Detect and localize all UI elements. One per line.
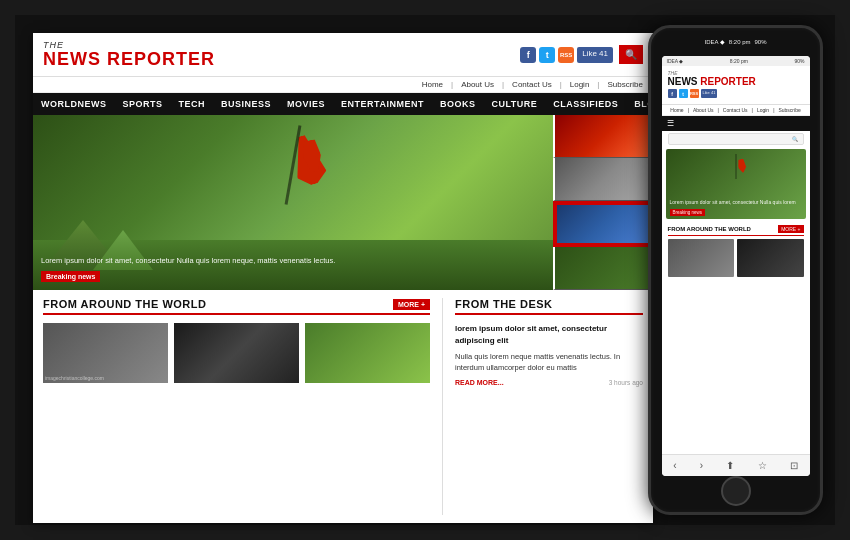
nav-entertainment[interactable]: ENTERTAINMENT [333,93,432,115]
rss-icon[interactable]: RSS [558,47,574,63]
phone-mockup: IDEA ◆ 8:20 pm 90% IDEA ◆ 8:20 pm 90% TH… [648,25,823,515]
from-desk-header: FROM THE DESK [455,298,643,315]
phone-search-icon: 🔍 [792,136,798,142]
article-thumbs: imagechristiancollege.com [43,323,430,383]
timestamp: 3 hours ago [609,378,643,388]
around-world-title: FROM AROUND THE WORLD [43,298,206,310]
nav-classifieds[interactable]: CLASSIFIEDS [545,93,626,115]
phone-bottom-nav: ‹ › ⬆ ☆ ⊡ [662,454,810,476]
main-nav: WORLDNEWS SPORTS TECH BUSINESS MOVIES EN… [33,93,653,115]
phone-fb-icon[interactable]: f [668,89,677,98]
header-right: f t RSS Like 41 🔍 [520,45,643,64]
nav-tech[interactable]: TECH [171,93,214,115]
facebook-icon[interactable]: f [520,47,536,63]
phone-top-nav: Home | About Us | Contact Us | Login | S… [662,105,810,116]
phone-header: THE NEWS REPORTER f t RSS Like 41 [662,66,810,105]
right-column: FROM THE DESK lorem ipsum dolor sit amet… [443,298,643,515]
phone-bookmark-icon[interactable]: ☆ [758,460,767,471]
hero-thumb-2[interactable] [553,158,653,201]
around-world-more[interactable]: MORE + [393,299,430,310]
left-column: FROM AROUND THE WORLD MORE + imagechrist… [43,298,443,515]
phone-social-icons: f t RSS Like 41 [668,89,804,98]
breaking-badge: Breaking news [41,271,100,282]
twitter-icon[interactable]: t [539,47,555,63]
phone-share-icon[interactable]: ⬆ [726,460,734,471]
phone-notch: IDEA ◆ 8:20 pm 90% [704,38,766,45]
phone-search-bar[interactable]: 🔍 [668,133,804,145]
phone-tabs-icon[interactable]: ⊡ [790,460,798,471]
logo-reporter: REPORTER [101,49,215,69]
top-nav-home[interactable]: Home [422,80,443,89]
phone-rss-icon[interactable]: RSS [690,89,699,98]
hero-thumb-4[interactable] [553,247,653,290]
outer-wrapper: THE NEWS REPORTER f t RSS Like 41 🔍 Ho [15,15,835,525]
top-nav: Home | About Us | Contact Us | Login | S… [33,77,653,93]
phone-forward-icon[interactable]: › [700,460,703,471]
hero-caption: Lorem ipsum dolor sit amet, consectetur … [41,256,545,267]
logo-area: THE NEWS REPORTER [43,41,215,68]
article-thumb-2[interactable] [174,323,299,383]
phone-logo-name: NEWS REPORTER [668,76,804,87]
logo-news: NEWS [43,49,101,69]
phone-more-btn[interactable]: MORE + [778,225,803,233]
from-desk-title: FROM THE DESK [455,298,553,310]
from-desk-text: lorem ipsum dolor sit amet, consectetur … [455,323,643,388]
site-header: THE NEWS REPORTER f t RSS Like 41 🔍 [33,33,653,77]
hero-main: Lorem ipsum dolor sit amet, consectetur … [33,115,553,290]
phone-breaking-badge: Breaking news [670,209,706,216]
phone-hero: Lorem ipsum dolor sit amet, consectetur … [666,149,806,219]
hero-thumbs [553,115,653,290]
search-button[interactable]: 🔍 [619,45,643,64]
nav-movies[interactable]: MOVIES [279,93,333,115]
nav-books[interactable]: BOOKS [432,93,484,115]
phone-tw-icon[interactable]: t [679,89,688,98]
phone-back-icon[interactable]: ‹ [673,460,676,471]
social-icons: f t RSS Like 41 [520,47,613,63]
read-more-row: READ MORE... 3 hours ago [455,378,643,389]
phone-like-btn[interactable]: Like 41 [701,89,718,98]
around-world-header: FROM AROUND THE WORLD MORE + [43,298,430,315]
phone-thumb-2[interactable] [737,239,804,277]
top-nav-login[interactable]: Login [570,80,590,89]
like-button[interactable]: Like 41 [577,47,613,63]
phone-section-title: FROM AROUND THE WORLD [668,226,751,232]
phone-thumbs [668,239,804,277]
nav-culture[interactable]: CULTURE [483,93,545,115]
top-nav-about[interactable]: About Us [461,80,494,89]
phone-nav-bar: ☰ [662,116,810,131]
from-desk-headline: lorem ipsum dolor sit amet, consectetur … [455,323,643,347]
website-mockup: THE NEWS REPORTER f t RSS Like 41 🔍 Ho [33,33,653,523]
read-more-link[interactable]: READ MORE... [455,378,504,389]
phone-hero-caption: Lorem ipsum dolor sit amet, consectetur … [670,199,802,206]
hero-section: Lorem ipsum dolor sit amet, consectetur … [33,115,653,290]
nav-worldnews[interactable]: WORLDNEWS [33,93,115,115]
from-desk-body: Nulla quis lorem neque mattis venenatis … [455,351,643,374]
logo-name: NEWS REPORTER [43,50,215,68]
top-nav-subscribe[interactable]: Subscribe [607,80,643,89]
nav-business[interactable]: BUSINESS [213,93,279,115]
phone-section-header: FROM AROUND THE WORLD MORE + [668,225,804,236]
hero-thumb-1[interactable] [553,115,653,158]
phone-thumb-1[interactable] [668,239,735,277]
nav-sports[interactable]: SPORTS [115,93,171,115]
phone-home-button[interactable] [721,476,751,506]
hamburger-icon[interactable]: ☰ [667,119,674,128]
watermark: imagechristiancollege.com [45,375,104,381]
article-thumb-1[interactable]: imagechristiancollege.com [43,323,168,383]
article-thumb-3[interactable] [305,323,430,383]
content-area: FROM AROUND THE WORLD MORE + imagechrist… [33,290,653,523]
hero-thumb-3[interactable] [553,201,653,247]
top-nav-contact[interactable]: Contact Us [512,80,552,89]
phone-status-bar: IDEA ◆ 8:20 pm 90% [662,56,810,66]
phone-screen: IDEA ◆ 8:20 pm 90% THE NEWS REPORTER f t… [662,56,810,476]
